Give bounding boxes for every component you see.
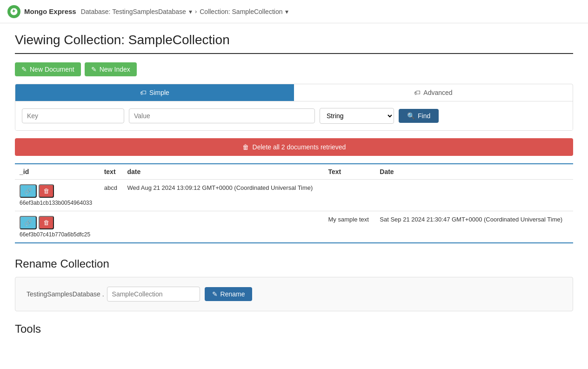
trash-icon-row1: 🗑 [43, 188, 49, 195]
action-buttons: ✎ New Document ✎ New Index [15, 62, 573, 76]
col-text: text [100, 164, 123, 180]
search-panel: 🏷 Simple 🏷 Advanced String Number Boolea… [15, 84, 573, 131]
pencil-icon: ✎ [21, 66, 27, 73]
tab-advanced[interactable]: 🏷 Advanced [294, 84, 573, 101]
type-select[interactable]: String Number Boolean ObjectId Date Arra… [320, 108, 394, 124]
collection-dropdown-icon[interactable]: ▾ [285, 8, 288, 15]
database-breadcrumb[interactable]: Database: TestingSamplesDatabase [81, 8, 186, 15]
row2-link-button[interactable]: 🔗 [20, 216, 37, 229]
row2-date2: Sat Sep 21 2024 21:30:47 GMT+0000 (Coord… [375, 211, 573, 243]
page-title: Viewing Collection: SampleCollection [15, 33, 573, 47]
tag-icon: 🏷 [140, 89, 147, 96]
link-icon: 🔗 [24, 188, 32, 195]
rename-box: TestingSamplesDatabase . ✎ Rename [15, 277, 573, 311]
row1-id: 66ef3ab1cb133b0054964033 [20, 200, 95, 206]
table-header: _id text date Text Date [15, 164, 573, 180]
row1-link-button[interactable]: 🔗 [20, 184, 37, 198]
tools-section-title: Tools [15, 322, 573, 335]
col-id: _id [15, 164, 100, 180]
tag-icon-2: 🏷 [414, 89, 421, 96]
new-document-button[interactable]: ✎ New Document [15, 62, 81, 76]
simple-tab-label: Simple [149, 89, 169, 96]
collection-breadcrumb[interactable]: Collection: SampleCollection [200, 8, 282, 15]
breadcrumb-separator: › [195, 8, 197, 15]
col-text2: Text [324, 164, 375, 180]
row2-id: 66ef3b07c41b770a6b5dfc25 [20, 231, 95, 238]
pencil-icon-2: ✎ [91, 66, 97, 73]
rename-db-prefix: TestingSamplesDatabase . [27, 290, 104, 298]
delete-all-banner[interactable]: 🗑 Delete all 2 documents retrieved [15, 138, 573, 156]
row2-delete-button[interactable]: 🗑 [39, 216, 54, 229]
row1-text2 [324, 180, 375, 211]
breadcrumb: Database: TestingSamplesDatabase ▾ › Col… [81, 8, 289, 15]
navbar: Mongo Express Database: TestingSamplesDa… [0, 0, 588, 23]
row1-id-cell: 🔗 🗑 66ef3ab1cb133b0054964033 [15, 180, 100, 211]
pencil-icon-rename: ✎ [212, 290, 218, 298]
title-divider [15, 53, 573, 54]
link-icon-2: 🔗 [24, 219, 32, 226]
key-input[interactable] [22, 108, 124, 123]
find-label: Find [418, 112, 430, 120]
row1-actions: 🔗 🗑 [20, 184, 95, 198]
rename-section-title: Rename Collection [15, 257, 573, 270]
new-index-button[interactable]: ✎ New Index [85, 62, 137, 76]
col-date2: Date [375, 164, 573, 180]
rename-input[interactable] [107, 287, 200, 302]
table-row: 🔗 🗑 66ef3b07c41b770a6b5dfc25 My sample t… [15, 211, 573, 243]
row2-text [100, 211, 123, 243]
row1-date: Wed Aug 21 2024 13:09:12 GMT+0000 (Coord… [122, 180, 323, 211]
trash-icon: 🗑 [242, 143, 249, 151]
tab-header: 🏷 Simple 🏷 Advanced [15, 84, 573, 101]
table-row: 🔗 🗑 66ef3ab1cb133b0054964033 abcd Wed Au… [15, 180, 573, 211]
brand: Mongo Express [7, 5, 76, 18]
new-index-label: New Index [100, 66, 130, 73]
main-content: Viewing Collection: SampleCollection ✎ N… [0, 23, 588, 345]
row1-delete-button[interactable]: 🗑 [39, 184, 54, 198]
search-icon: 🔍 [407, 112, 415, 120]
brand-name: Mongo Express [24, 7, 76, 15]
row2-id-cell: 🔗 🗑 66ef3b07c41b770a6b5dfc25 [15, 211, 100, 243]
row2-actions: 🔗 🗑 [20, 216, 95, 229]
row2-date [122, 211, 323, 243]
rename-button[interactable]: ✎ Rename [205, 287, 253, 301]
advanced-tab-label: Advanced [423, 89, 452, 96]
row1-text: abcd [100, 180, 123, 211]
trash-icon-row2: 🗑 [43, 219, 49, 226]
find-button[interactable]: 🔍 Find [399, 109, 439, 123]
search-body: String Number Boolean ObjectId Date Arra… [15, 101, 573, 130]
database-dropdown-icon[interactable]: ▾ [189, 8, 192, 15]
row2-text2: My sample text [324, 211, 375, 243]
tab-simple[interactable]: 🏷 Simple [15, 84, 294, 101]
rename-label: Rename [220, 290, 245, 298]
new-document-label: New Document [30, 66, 74, 73]
value-input[interactable] [129, 108, 315, 123]
delete-all-label: Delete all 2 documents retrieved [253, 143, 346, 151]
search-row: String Number Boolean ObjectId Date Arra… [22, 108, 566, 124]
table-body: 🔗 🗑 66ef3ab1cb133b0054964033 abcd Wed Au… [15, 180, 573, 243]
documents-table: _id text date Text Date 🔗 🗑 [15, 163, 573, 243]
row1-date2 [375, 180, 573, 211]
col-date: date [122, 164, 323, 180]
mongo-logo [7, 5, 20, 18]
